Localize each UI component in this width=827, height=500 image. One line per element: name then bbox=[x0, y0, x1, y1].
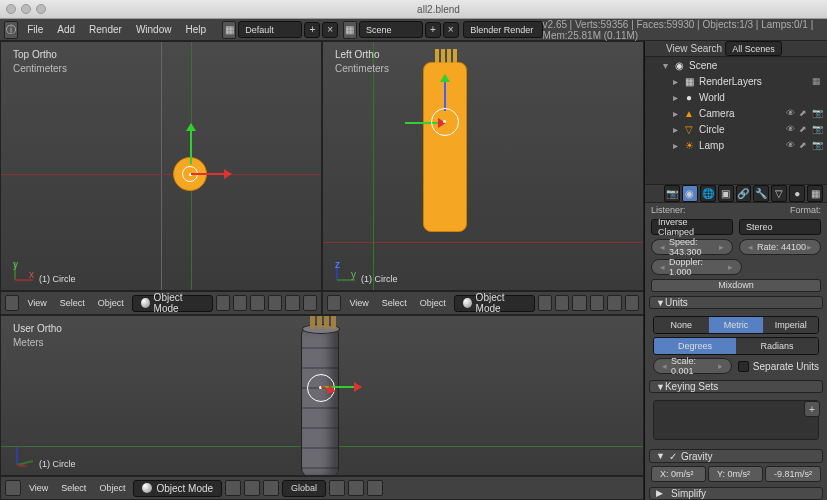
vp-menu-object[interactable]: Object bbox=[94, 483, 130, 493]
vp-menu-object[interactable]: Object bbox=[93, 298, 129, 308]
tab-object[interactable]: ▣ bbox=[718, 185, 734, 202]
layout-browse-icon[interactable]: ▦ bbox=[222, 21, 236, 39]
layers-icon[interactable] bbox=[572, 295, 586, 311]
mixdown-button[interactable]: Mixdown bbox=[651, 279, 821, 292]
tab-constraints[interactable]: 🔗 bbox=[736, 185, 752, 202]
snap-icon[interactable] bbox=[590, 295, 604, 311]
eye-icon[interactable]: 👁 bbox=[786, 140, 797, 151]
keying-sets-panel-header[interactable]: ▼ Keying Sets bbox=[649, 380, 823, 393]
mode-dropdown[interactable]: Object Mode bbox=[454, 295, 535, 312]
outliner-view-menu[interactable]: View bbox=[666, 43, 688, 54]
cursor-icon[interactable]: ⬈ bbox=[799, 108, 810, 119]
render-icon[interactable]: 📷 bbox=[812, 108, 823, 119]
tree-scene[interactable]: ▾◉Scene bbox=[645, 57, 827, 73]
layout-remove-button[interactable]: × bbox=[322, 22, 338, 38]
units-degrees-button[interactable]: Degrees bbox=[654, 338, 736, 354]
tab-world[interactable]: 🌐 bbox=[700, 185, 716, 202]
proportional-icon[interactable] bbox=[285, 295, 299, 311]
orientation-dropdown[interactable]: Global bbox=[282, 480, 326, 497]
tree-lamp[interactable]: ▸☀Lamp👁⬈📷 bbox=[645, 137, 827, 153]
editor-type-icon[interactable] bbox=[327, 295, 341, 311]
gravity-checkbox[interactable]: ✓ bbox=[669, 451, 677, 462]
scene-browse-icon[interactable]: ▦ bbox=[343, 21, 357, 39]
vp-menu-view[interactable]: View bbox=[24, 483, 53, 493]
scale-field[interactable]: Scale: 0.001 bbox=[653, 358, 732, 374]
editor-type-icon[interactable] bbox=[5, 295, 19, 311]
manipulator-icon[interactable] bbox=[625, 295, 639, 311]
vp-menu-view[interactable]: View bbox=[22, 298, 51, 308]
add-keying-set-button[interactable]: + bbox=[804, 401, 820, 417]
screen-layout-dropdown[interactable]: Default bbox=[238, 21, 302, 38]
rate-field[interactable]: Rate: 44100 bbox=[739, 239, 821, 255]
editor-type-icon[interactable] bbox=[5, 480, 21, 496]
render-engine-dropdown[interactable]: Blender Render bbox=[463, 21, 542, 38]
units-panel-header[interactable]: ▼ Units bbox=[649, 296, 823, 309]
tree-renderlayers[interactable]: ▸▦RenderLayers▦ bbox=[645, 73, 827, 89]
object-circle-3d[interactable] bbox=[301, 328, 339, 476]
vp-menu-object[interactable]: Object bbox=[415, 298, 451, 308]
outliner-search-menu[interactable]: Search bbox=[691, 43, 723, 54]
scene-add-button[interactable]: + bbox=[425, 22, 441, 38]
proportional-icon[interactable] bbox=[607, 295, 621, 311]
mode-dropdown[interactable]: Object Mode bbox=[132, 295, 213, 312]
traffic-lights[interactable] bbox=[6, 4, 46, 14]
vp-menu-select[interactable]: Select bbox=[377, 298, 412, 308]
gravity-x-field[interactable]: X: 0m/s² bbox=[651, 466, 706, 482]
editor-type-icon[interactable] bbox=[649, 186, 662, 200]
units-metric-button[interactable]: Metric bbox=[709, 317, 764, 333]
tab-scene[interactable]: ◉ bbox=[682, 185, 698, 202]
menu-file[interactable]: File bbox=[20, 24, 50, 35]
render-icon[interactable]: 📷 bbox=[812, 140, 823, 151]
cursor-icon[interactable]: ⬈ bbox=[799, 140, 810, 151]
keying-sets-list[interactable]: + bbox=[653, 400, 819, 440]
vp-menu-view[interactable]: View bbox=[344, 298, 373, 308]
outliner-filter-dropdown[interactable]: All Scenes bbox=[725, 41, 782, 56]
outliner-tree[interactable]: ▾◉Scene ▸▦RenderLayers▦ ▸●World ▸▲Camera… bbox=[645, 57, 827, 184]
viewport-top[interactable]: Top Ortho Centimeters yx (1) Circle bbox=[0, 41, 322, 291]
vp-menu-select[interactable]: Select bbox=[55, 298, 90, 308]
manipulator-icon[interactable] bbox=[263, 480, 279, 496]
gravity-panel-header[interactable]: ▼ ✓Gravity bbox=[649, 449, 823, 462]
viewport-user[interactable]: User Ortho Meters (1) Circle bbox=[0, 315, 644, 476]
tree-circle[interactable]: ▸▽Circle👁⬈📷 bbox=[645, 121, 827, 137]
menu-window[interactable]: Window bbox=[129, 24, 179, 35]
tree-camera[interactable]: ▸▲Camera👁⬈📷 bbox=[645, 105, 827, 121]
tab-material[interactable]: ● bbox=[789, 185, 805, 202]
viewport-left[interactable]: Left Ortho Centimeters zy (1) Circle bbox=[322, 41, 644, 291]
tab-modifiers[interactable]: 🔧 bbox=[753, 185, 769, 202]
doppler-field[interactable]: Doppler: 1.000 bbox=[651, 259, 742, 275]
tree-world[interactable]: ▸●World bbox=[645, 89, 827, 105]
menu-render[interactable]: Render bbox=[82, 24, 129, 35]
snap-icon[interactable] bbox=[268, 295, 282, 311]
pivot-icon[interactable] bbox=[233, 295, 247, 311]
mode-dropdown[interactable]: Object Mode bbox=[133, 480, 222, 497]
layers-icon[interactable] bbox=[329, 480, 345, 496]
menu-help[interactable]: Help bbox=[178, 24, 213, 35]
shading-icon[interactable] bbox=[225, 480, 241, 496]
units-imperial-button[interactable]: Imperial bbox=[763, 317, 818, 333]
format-dropdown[interactable]: Stereo bbox=[739, 219, 821, 235]
vp-menu-select[interactable]: Select bbox=[56, 483, 91, 493]
gravity-z-field[interactable]: -9.81m/s² bbox=[765, 466, 821, 482]
pivot-icon[interactable] bbox=[244, 480, 260, 496]
menu-add[interactable]: Add bbox=[50, 24, 82, 35]
editor-type-icon[interactable] bbox=[649, 42, 663, 56]
eye-icon[interactable]: 👁 bbox=[786, 124, 797, 135]
render-icon[interactable]: 📷 bbox=[812, 124, 823, 135]
scene-dropdown[interactable]: Scene bbox=[359, 21, 423, 38]
manipulator-icon[interactable] bbox=[303, 295, 317, 311]
snap-icon[interactable] bbox=[348, 480, 364, 496]
info-editor-icon[interactable]: ⓘ bbox=[4, 21, 18, 39]
tab-texture[interactable]: ▦ bbox=[807, 185, 823, 202]
speed-field[interactable]: Speed: 343.300 bbox=[651, 239, 733, 255]
shading-icon[interactable] bbox=[538, 295, 552, 311]
scene-remove-button[interactable]: × bbox=[443, 22, 459, 38]
pivot-icon[interactable] bbox=[555, 295, 569, 311]
units-none-button[interactable]: None bbox=[654, 317, 709, 333]
separate-units-checkbox[interactable] bbox=[738, 361, 749, 372]
tab-data[interactable]: ▽ bbox=[771, 185, 787, 202]
units-radians-button[interactable]: Radians bbox=[736, 338, 818, 354]
gravity-y-field[interactable]: Y: 0m/s² bbox=[708, 466, 763, 482]
render-icon[interactable] bbox=[367, 480, 383, 496]
shading-icon[interactable] bbox=[216, 295, 230, 311]
